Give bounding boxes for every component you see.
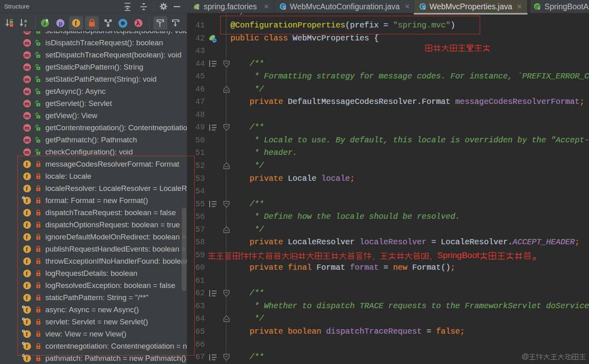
svg-text:m: m [25,101,30,107]
svg-text:m: m [25,52,30,58]
svg-text:z: z [24,23,27,28]
svg-text:m: m [25,89,30,95]
svg-text:m: m [25,113,30,119]
svg-text:m: m [25,31,30,34]
svg-text:I: I [43,20,46,26]
svg-text:m: m [25,149,30,155]
svg-text:f: f [75,20,77,27]
svg-text:m: m [25,76,30,83]
svg-text:p: p [59,20,62,27]
svg-text:m: m [25,64,30,70]
svg-text:m: m [25,40,30,46]
svg-text:m: m [25,137,30,143]
svg-text:m: m [25,125,30,131]
